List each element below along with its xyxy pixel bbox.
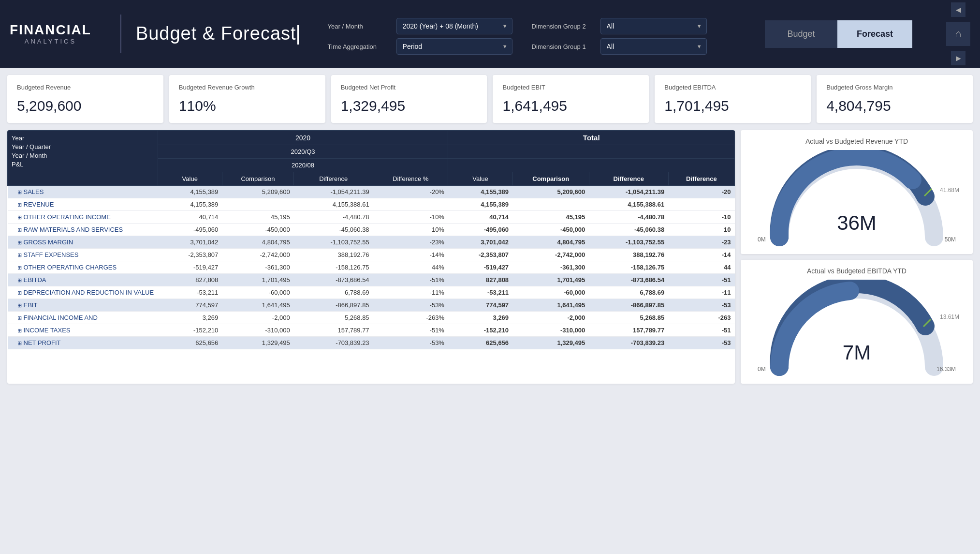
th-total: Total	[448, 131, 735, 145]
expand-btn[interactable]: ⊞	[17, 265, 22, 270]
cell-dp2: -53	[668, 337, 734, 349]
mode-buttons: Budget Forecast	[765, 20, 912, 48]
cell-d2: 6,788.69	[589, 286, 668, 299]
forecast-button[interactable]: Forecast	[837, 20, 912, 48]
cell-v2: 40,714	[448, 211, 512, 224]
cell-dp1: -51%	[373, 274, 448, 286]
cell-d2: 388,192.76	[589, 249, 668, 261]
kpi-label-0: Budgeted Revenue	[17, 84, 154, 91]
ebitda-chart-title: Actual vs Budgeted EBITDA YTD	[750, 267, 963, 275]
table-scroll[interactable]: Year Year / Quarter Year / Month P&L 202…	[7, 130, 735, 349]
kpi-card-0: Budgeted Revenue 5,209,600	[7, 75, 163, 123]
th-diffpct2: Difference	[668, 172, 734, 186]
table-row: ⊞REVENUE 4,155,389 4,155,388.61 4,155,38…	[8, 198, 735, 211]
table-row: ⊞DEPRECIATION AND REDUCTION IN VALUE -53…	[8, 286, 735, 299]
dim2-select-wrapper[interactable]: All	[600, 18, 707, 34]
cell-v2: 774,597	[448, 299, 512, 312]
cell-dp1	[373, 198, 448, 211]
dim1-select-wrapper[interactable]: All	[600, 38, 707, 55]
svg-text:36M: 36M	[837, 211, 877, 234]
expand-btn[interactable]: ⊞	[17, 290, 22, 296]
expand-btn[interactable]: ⊞	[17, 189, 22, 195]
cell-c1: 1,329,495	[222, 337, 293, 349]
year-month-select[interactable]: 2020 (Year) + 08 (Month)	[396, 18, 512, 34]
cell-d1: -1,103,752.55	[294, 236, 373, 249]
logo-subtitle: ANALYTICS	[10, 38, 91, 45]
kpi-card-2: Budgeted Net Profit 1,329,495	[331, 75, 487, 123]
thead-cols: Value Comparison Difference Difference %…	[8, 172, 735, 186]
th-total-empty2	[448, 159, 735, 172]
cell-c2: 45,195	[512, 211, 589, 224]
ebitda-gauge-svg: 7M	[765, 280, 949, 376]
financial-table: Year Year / Quarter Year / Month P&L 202…	[7, 130, 735, 349]
cell-c2	[512, 198, 589, 211]
row-label: ⊞OTHER OPERATING CHARGES	[8, 261, 158, 274]
charts-section: Actual vs Budgeted Revenue YTD 36M 0M 50…	[741, 130, 973, 384]
cell-v1: -519,427	[158, 261, 222, 274]
expand-btn[interactable]: ⊞	[17, 315, 22, 321]
dim1-select[interactable]: All	[600, 38, 707, 55]
cell-v2: 827,808	[448, 274, 512, 286]
cell-dp2: -23	[668, 236, 734, 249]
expand-btn[interactable]: ⊞	[17, 227, 22, 233]
revenue-label-left: 0M	[758, 236, 766, 243]
cell-dp2: -11	[668, 286, 734, 299]
expand-btn[interactable]: ⊞	[17, 214, 22, 220]
cell-v2: -519,427	[448, 261, 512, 274]
cell-v1: -152,210	[158, 324, 222, 337]
cell-d2: -1,103,752.55	[589, 236, 668, 249]
kpi-value-1: 110%	[179, 98, 316, 114]
expand-btn[interactable]: ⊞	[17, 302, 22, 308]
cell-dp1: -10%	[373, 211, 448, 224]
cell-v1: 827,808	[158, 274, 222, 286]
main-content: Year Year / Quarter Year / Month P&L 202…	[0, 130, 980, 391]
home-button[interactable]: ⌂	[946, 22, 970, 46]
kpi-value-0: 5,209,600	[17, 98, 154, 114]
expand-btn[interactable]: ⊞	[17, 240, 22, 245]
cell-d1: 388,192.76	[294, 249, 373, 261]
th-pl-col	[8, 172, 158, 186]
cell-dp1: -53%	[373, 337, 448, 349]
cell-dp1: 44%	[373, 261, 448, 274]
nav-down-arrow[interactable]: ▶	[951, 51, 965, 65]
dim2-label: Dimension Group 2	[532, 23, 595, 30]
expand-btn[interactable]: ⊞	[17, 202, 22, 208]
cell-d1: -866,897.85	[294, 299, 373, 312]
table-row: ⊞INCOME TAXES -152,210 -310,000 157,789.…	[8, 324, 735, 337]
cell-v1: 40,714	[158, 211, 222, 224]
time-agg-select[interactable]: Period	[396, 38, 512, 55]
year-month-label: Year / Month	[328, 23, 391, 30]
dim2-select[interactable]: All	[600, 18, 707, 34]
year-month-select-wrapper[interactable]: 2020 (Year) + 08 (Month)	[396, 18, 512, 34]
row-label: ⊞GROSS MARGIN	[8, 236, 158, 249]
cell-d2: 5,268.85	[589, 312, 668, 324]
nav-up-arrow[interactable]: ◀	[951, 2, 965, 17]
expand-btn[interactable]: ⊞	[17, 340, 22, 346]
row-label: ⊞SALES	[8, 186, 158, 198]
cell-d2: -45,060.38	[589, 224, 668, 236]
cell-c1: -310,000	[222, 324, 293, 337]
row-label: ⊞REVENUE	[8, 198, 158, 211]
table-row: ⊞EBITDA 827,808 1,701,495 -873,686.54 -5…	[8, 274, 735, 286]
time-agg-select-wrapper[interactable]: Period	[396, 38, 512, 55]
cell-c2: -60,000	[512, 286, 589, 299]
cell-c2: 1,701,495	[512, 274, 589, 286]
expand-btn[interactable]: ⊞	[17, 328, 22, 333]
header-divider	[120, 15, 121, 53]
kpi-value-2: 1,329,495	[341, 98, 478, 114]
cell-d2: -4,480.78	[589, 211, 668, 224]
cell-d2: -1,054,211.39	[589, 186, 668, 198]
th-quarter: 2020/Q3	[158, 145, 448, 159]
kpi-row: Budgeted Revenue 5,209,600Budgeted Reven…	[0, 68, 980, 130]
table-row: ⊞RAW MATERIALS AND SERVICES -495,060 -45…	[8, 224, 735, 236]
cell-d2: -158,126.75	[589, 261, 668, 274]
cell-v2: 3,269	[448, 312, 512, 324]
expand-btn[interactable]: ⊞	[17, 277, 22, 283]
cell-d1: -1,054,211.39	[294, 186, 373, 198]
expand-btn[interactable]: ⊞	[17, 252, 22, 258]
cell-dp2: -263	[668, 312, 734, 324]
cell-dp1: -23%	[373, 236, 448, 249]
cell-d2: -866,897.85	[589, 299, 668, 312]
budget-button[interactable]: Budget	[765, 20, 837, 48]
cell-dp2: 10	[668, 224, 734, 236]
